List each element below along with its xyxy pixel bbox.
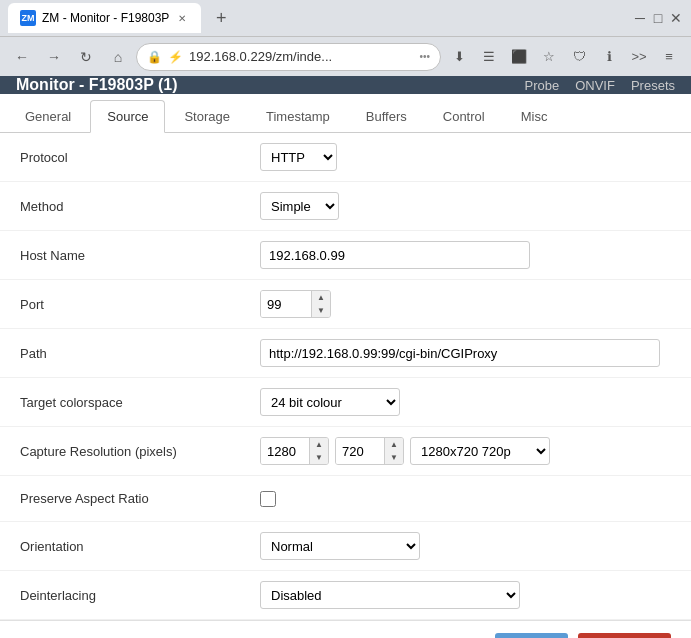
browser-tab[interactable]: ZM ZM - Monitor - F19803P ✕: [8, 3, 201, 33]
apps-button[interactable]: ⬛: [505, 43, 533, 71]
bookmarks-button[interactable]: ☰: [475, 43, 503, 71]
tab-close-button[interactable]: ✕: [175, 11, 189, 25]
tab-buffers[interactable]: Buffers: [349, 100, 424, 132]
port-spinner-buttons: ▲ ▼: [311, 291, 330, 317]
aspect-ratio-row: Preserve Aspect Ratio: [0, 476, 691, 522]
new-tab-button[interactable]: +: [207, 4, 235, 32]
orientation-control: Normal Rotate 90 CW Rotate 90 CCW Flip H…: [260, 532, 671, 560]
profile-button[interactable]: ℹ: [595, 43, 623, 71]
reload-button[interactable]: ↻: [72, 43, 100, 71]
path-row: Path: [0, 329, 691, 378]
address-text: 192.168.0.229/zm/inde...: [189, 49, 413, 64]
deinterlacing-control: Disabled Enabled - Double Enabled - Sing…: [260, 581, 671, 609]
tab-source[interactable]: Source: [90, 100, 165, 133]
tab-favicon: ZM: [20, 10, 36, 26]
resolution-preset-select[interactable]: 1280x720 720p 1920x1080 1080p 640x480 VG…: [410, 437, 550, 465]
browser-titlebar: ZM ZM - Monitor - F19803P ✕ + ─ □ ✕: [0, 0, 691, 36]
close-button[interactable]: ✕: [669, 11, 683, 25]
app-header: Monitor - F19803P (1) Probe ONVIF Preset…: [0, 76, 691, 94]
form-footer: SAVE CANCEL: [0, 620, 691, 638]
downloads-button[interactable]: ⬇: [445, 43, 473, 71]
method-label: Method: [20, 199, 260, 214]
width-increment-button[interactable]: ▲: [310, 438, 328, 451]
resolution-control: ▲ ▼ ▲ ▼ 1280x720 720p 1920x1080 1080p 64…: [260, 437, 671, 465]
path-input[interactable]: [260, 339, 660, 367]
address-bar[interactable]: 🔒 ⚡ 192.168.0.229/zm/inde... •••: [136, 43, 441, 71]
port-increment-button[interactable]: ▲: [312, 291, 330, 304]
hostname-input[interactable]: [260, 241, 530, 269]
method-row: Method Simple Regexp Ffmpeg: [0, 182, 691, 231]
orientation-row: Orientation Normal Rotate 90 CW Rotate 9…: [0, 522, 691, 571]
form-body: Protocol HTTP HTTPS RTSP Method Simple R…: [0, 133, 691, 620]
width-spinner: ▲ ▼: [260, 437, 329, 465]
colorspace-select[interactable]: 24 bit colour 32 bit colour 8 bit grey: [260, 388, 400, 416]
colorspace-row: Target colorspace 24 bit colour 32 bit c…: [0, 378, 691, 427]
height-increment-button[interactable]: ▲: [385, 438, 403, 451]
onvif-link[interactable]: ONVIF: [575, 78, 615, 93]
height-spinner-buttons: ▲ ▼: [384, 438, 403, 464]
tab-title: ZM - Monitor - F19803P: [42, 11, 169, 25]
height-spinner: ▲ ▼: [335, 437, 404, 465]
toolbar-icons: ⬇ ☰ ⬛ ☆ 🛡 ℹ >> ≡: [445, 43, 683, 71]
height-decrement-button[interactable]: ▼: [385, 451, 403, 464]
forward-button[interactable]: →: [40, 43, 68, 71]
maximize-button[interactable]: □: [651, 11, 665, 25]
protocol-select[interactable]: HTTP HTTPS RTSP: [260, 143, 337, 171]
height-input[interactable]: [336, 438, 384, 464]
window-controls: ─ □ ✕: [633, 11, 683, 25]
protocol-row: Protocol HTTP HTTPS RTSP: [0, 133, 691, 182]
tab-storage[interactable]: Storage: [167, 100, 247, 132]
orientation-label: Orientation: [20, 539, 260, 554]
presets-link[interactable]: Presets: [631, 78, 675, 93]
hostname-control: [260, 241, 671, 269]
shield-button[interactable]: 🛡: [565, 43, 593, 71]
aspect-ratio-label: Preserve Aspect Ratio: [20, 491, 260, 506]
cancel-button[interactable]: CANCEL: [578, 633, 671, 638]
path-control: [260, 339, 671, 367]
colorspace-control: 24 bit colour 32 bit colour 8 bit grey: [260, 388, 671, 416]
resolution-row: Capture Resolution (pixels) ▲ ▼ ▲ ▼: [0, 427, 691, 476]
port-label: Port: [20, 297, 260, 312]
port-spinner: ▲ ▼: [260, 290, 331, 318]
app-title: Monitor - F19803P (1): [16, 76, 178, 94]
deinterlacing-label: Deinterlacing: [20, 588, 260, 603]
tab-general[interactable]: General: [8, 100, 88, 132]
back-button[interactable]: ←: [8, 43, 36, 71]
protocol-label: Protocol: [20, 150, 260, 165]
hostname-label: Host Name: [20, 248, 260, 263]
menu-button[interactable]: ≡: [655, 43, 683, 71]
browser-toolbar: ← → ↻ ⌂ 🔒 ⚡ 192.168.0.229/zm/inde... •••…: [0, 36, 691, 76]
aspect-ratio-control: [260, 491, 671, 507]
extension-icon: ⚡: [168, 50, 183, 64]
width-decrement-button[interactable]: ▼: [310, 451, 328, 464]
protocol-control: HTTP HTTPS RTSP: [260, 143, 671, 171]
method-select[interactable]: Simple Regexp Ffmpeg: [260, 192, 339, 220]
probe-link[interactable]: Probe: [524, 78, 559, 93]
tab-control[interactable]: Control: [426, 100, 502, 132]
width-spinner-buttons: ▲ ▼: [309, 438, 328, 464]
tabs-bar: General Source Storage Timestamp Buffers…: [0, 94, 691, 133]
aspect-ratio-checkbox[interactable]: [260, 491, 276, 507]
hostname-row: Host Name: [0, 231, 691, 280]
security-icon: 🔒: [147, 50, 162, 64]
minimize-button[interactable]: ─: [633, 11, 647, 25]
main-content: Monitor - F19803P (1) Probe ONVIF Preset…: [0, 76, 691, 638]
port-control: ▲ ▼: [260, 290, 671, 318]
header-links: Probe ONVIF Presets: [524, 78, 675, 93]
tab-timestamp[interactable]: Timestamp: [249, 100, 347, 132]
tab-misc[interactable]: Misc: [504, 100, 565, 132]
method-control: Simple Regexp Ffmpeg: [260, 192, 671, 220]
more-actions-icon: •••: [419, 51, 430, 62]
home-button[interactable]: ⌂: [104, 43, 132, 71]
port-input[interactable]: [261, 291, 311, 317]
extensions-button[interactable]: >>: [625, 43, 653, 71]
bookmark-star-button[interactable]: ☆: [535, 43, 563, 71]
width-input[interactable]: [261, 438, 309, 464]
orientation-select[interactable]: Normal Rotate 90 CW Rotate 90 CCW Flip H…: [260, 532, 420, 560]
deinterlacing-select[interactable]: Disabled Enabled - Double Enabled - Sing…: [260, 581, 520, 609]
deinterlacing-row: Deinterlacing Disabled Enabled - Double …: [0, 571, 691, 620]
save-button[interactable]: SAVE: [495, 633, 569, 638]
port-row: Port ▲ ▼: [0, 280, 691, 329]
port-decrement-button[interactable]: ▼: [312, 304, 330, 317]
resolution-label: Capture Resolution (pixels): [20, 444, 260, 459]
